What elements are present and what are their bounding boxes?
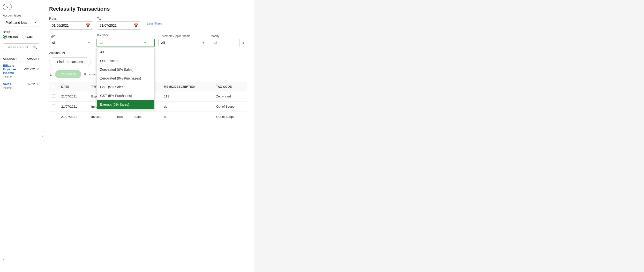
- row-2-ref: 1001: [114, 112, 132, 122]
- account-type-0: Income: [3, 75, 39, 78]
- modify-dropdown-wrapper: All ▼: [211, 39, 247, 47]
- account-row-1: Sales $222.00 Income: [3, 80, 39, 91]
- tax-code-label: Tax Code: [96, 34, 154, 37]
- account-name-0[interactable]: Billable Expense Income: [3, 64, 24, 75]
- less-filters-link[interactable]: Less filters: [147, 22, 162, 25]
- tax-code-filter-group: Tax Code All ▼ All Out of scope Zero-rat…: [96, 34, 154, 47]
- type-dropdown-arrow: ▼: [88, 42, 90, 44]
- customer-label: Customer/Supplier name: [158, 34, 207, 38]
- row-1-date: 21/07/2021: [58, 102, 88, 112]
- row-2-memo: dd: [161, 112, 214, 122]
- row-0-checkbox[interactable]: [52, 94, 56, 98]
- tax-option-gst-5-purchases[interactable]: GST (5% Purchases): [97, 91, 154, 100]
- page-title: Reclassify Transactions: [49, 6, 247, 12]
- account-amount-0: -$2,222.00: [24, 67, 39, 71]
- account-col-header: ACCOUNT: [3, 57, 17, 60]
- to-date-input[interactable]: [97, 22, 131, 29]
- tax-option-gst-5-sales[interactable]: GST (5% Sales): [97, 83, 154, 91]
- account-name-1[interactable]: Sales: [3, 82, 11, 86]
- from-date-wrapper: 📅: [49, 21, 93, 30]
- from-label: From:: [49, 17, 93, 20]
- row-0-checkbox-cell: [49, 91, 58, 102]
- type-filters-row: Type All ▼ Tax Code All ▼ All Ou: [49, 34, 247, 47]
- sidebar-collapse-1[interactable]: ›: [3, 257, 39, 261]
- tax-option-out-of-scope[interactable]: Out of scope: [97, 57, 154, 65]
- basis-cash[interactable]: Cash: [22, 35, 34, 39]
- modify-filter-group: Modify All ▼: [211, 34, 247, 47]
- row-0-memo: 111: [161, 91, 214, 102]
- tax-option-zero-rated-sales[interactable]: Zero-rated (0% Sales): [97, 65, 154, 74]
- account-table-header: ACCOUNT AMOUNT: [3, 56, 39, 62]
- tax-code-select-display[interactable]: All ▼: [96, 39, 154, 47]
- cash-radio[interactable]: [22, 35, 26, 39]
- modify-select[interactable]: All: [211, 39, 240, 47]
- tax-code-col-header: TAX CODE: [213, 82, 247, 91]
- select-all-checkbox[interactable]: [52, 85, 56, 88]
- chevron-right-icon-2: ›: [3, 264, 4, 267]
- row-2-type: Invoice: [88, 112, 114, 122]
- to-date-wrapper: 📅: [97, 21, 141, 30]
- row-1-checkbox-cell: [49, 102, 58, 112]
- customer-dropdown-wrapper: All ▼: [158, 39, 207, 47]
- customer-dropdown-arrow: ▼: [202, 42, 204, 44]
- collapse-panel-button[interactable]: ‹: [40, 131, 45, 141]
- sidebar: v Account types Profit and loss Basis Ac…: [0, 0, 42, 272]
- modify-dropdown-arrow: ▼: [242, 42, 244, 44]
- tax-option-zero-rated-purchases[interactable]: Zero-rated (0% Purchases): [97, 74, 154, 83]
- back-button[interactable]: v: [3, 4, 12, 10]
- customer-select[interactable]: All: [158, 39, 202, 47]
- date-filters-row: From: 📅 To: 📅 Less filters: [49, 17, 247, 30]
- tax-option-exempt-0-sales[interactable]: Exempt (0% Sales): [97, 100, 154, 109]
- row-0-date: 21/07/2021: [58, 91, 88, 102]
- tax-code-current-value: All: [100, 41, 103, 45]
- type-filter-group: Type All ▼: [49, 34, 93, 47]
- chevron-right-icon-1: ›: [3, 258, 4, 261]
- row-2-checkbox-cell: [49, 112, 58, 122]
- account-row-0: Billable Expense Income -$2,222.00 Incom…: [3, 62, 39, 80]
- customer-filter-group: Customer/Supplier name All ▼: [158, 34, 207, 47]
- from-calendar-icon[interactable]: 📅: [83, 23, 93, 28]
- tax-option-all[interactable]: All: [97, 48, 154, 57]
- transaction-count: 0 transact: [84, 72, 98, 76]
- tax-code-arrow-icon: ▼: [144, 42, 146, 44]
- amount-col-header: AMOUNT: [27, 57, 39, 60]
- row-1-tax-code: Out of Scope: [213, 102, 247, 112]
- account-type-1: Income: [3, 86, 39, 89]
- type-label: Type: [49, 34, 93, 38]
- from-date-input[interactable]: [49, 22, 83, 29]
- row-1-memo: dd: [161, 102, 214, 112]
- search-icon-btn[interactable]: 🔍: [33, 45, 37, 49]
- row-0-tax-code: Zero-rated: [213, 91, 247, 102]
- row-1-checkbox[interactable]: [52, 104, 56, 108]
- row-2-date: 21/07/2021: [58, 112, 88, 122]
- type-select[interactable]: All: [49, 39, 78, 47]
- account-amount-1: $222.00: [28, 82, 39, 86]
- to-label: To:: [97, 17, 141, 20]
- sidebar-bottom: › ›: [3, 257, 39, 268]
- basis-accrual[interactable]: Accrual: [3, 35, 18, 39]
- sort-icon[interactable]: ⤓: [49, 72, 52, 77]
- sidebar-collapse-2[interactable]: ›: [3, 263, 39, 268]
- modify-label: Modify: [211, 34, 247, 38]
- main-content: Reclassify Transactions From: 📅 To: 📅 Le…: [42, 0, 254, 272]
- reclassify-button[interactable]: Reclassify: [55, 70, 81, 78]
- find-account-wrapper: 🔍: [3, 43, 39, 51]
- find-transactions-button[interactable]: Find transactions: [49, 57, 91, 66]
- accrual-radio[interactable]: [3, 35, 7, 39]
- row-2-tax-code: Out of Scope: [213, 112, 247, 122]
- to-calendar-icon[interactable]: 📅: [131, 23, 141, 28]
- accrual-label: Accrual: [8, 35, 18, 39]
- select-all-cell: [49, 82, 58, 91]
- account-types-label: Account types: [3, 14, 39, 17]
- from-date-group: From: 📅: [49, 17, 93, 30]
- row-2-checkbox[interactable]: [52, 115, 56, 118]
- memo-col-header: MEMO/DESCRIPTION: [161, 82, 214, 91]
- row-2-account: Sales: [131, 112, 161, 122]
- table-row: 21/07/2021 Invoice 1001 Sales dd Out of …: [49, 112, 247, 122]
- to-date-group: To: 📅: [97, 17, 141, 30]
- account-type-select[interactable]: Profit and loss: [3, 19, 39, 27]
- tax-code-dropdown: All Out of scope Zero-rated (0% Sales) Z…: [96, 48, 154, 109]
- type-dropdown-wrapper: All ▼: [49, 39, 93, 47]
- date-col-header: DATE: [58, 82, 88, 91]
- basis-label: Basis: [3, 30, 39, 34]
